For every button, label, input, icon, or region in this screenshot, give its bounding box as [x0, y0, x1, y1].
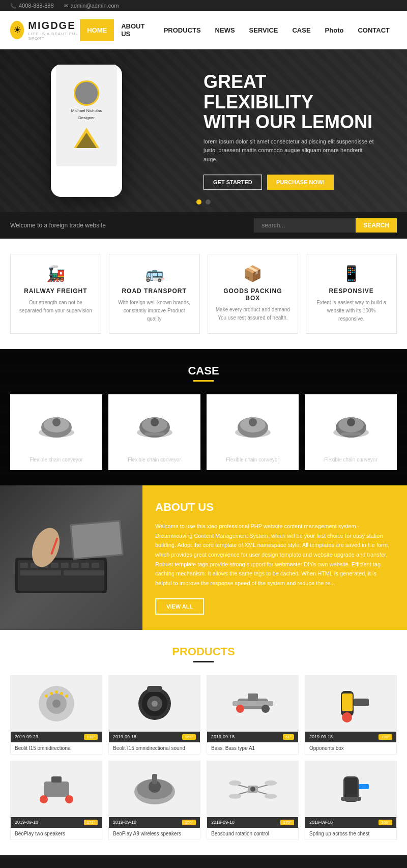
product-date-7: 2019-09-18 [211, 820, 235, 825]
svg-point-43 [55, 690, 58, 693]
svg-rect-6 [46, 432, 67, 436]
case-section: CASE Flexible chain conveyor [0, 349, 407, 485]
product-meta-1: 2019-09-23 130° [11, 732, 102, 742]
svg-rect-27 [51, 563, 59, 568]
svg-rect-81 [341, 797, 361, 801]
svg-rect-32 [20, 570, 61, 575]
logo-icon: ☀ [10, 21, 24, 39]
case-item-2[interactable]: Flexible chain conveyor [108, 394, 200, 470]
products-grid: 2019-09-23 130° Beolit I15 omnidirection… [10, 675, 397, 840]
product-svg-4 [321, 681, 382, 727]
product-img-7 [207, 761, 298, 817]
product-name-4: Opponents box [305, 742, 396, 754]
footer: CONTACT 📞 Tel：4008-888-888 📱 手机：13588888… [0, 855, 407, 868]
case-item-4[interactable]: Flexible chain conveyor [305, 394, 397, 470]
product-card-8[interactable]: 2019-09-18 169° Spring up across the che… [305, 761, 397, 840]
product-img-2 [109, 676, 200, 732]
product-meta-5: 2019-09-18 171° [11, 817, 102, 828]
product-svg-3 [222, 681, 283, 727]
phone-triangle-icon [71, 125, 102, 151]
products-title: PRODUCTS [10, 645, 397, 658]
email-address: admin@admin.com [71, 3, 119, 9]
products-section: PRODUCTS 2019-09-23 130° [0, 630, 407, 855]
product-card-5[interactable]: 2019-09-18 171° BeoPlay two speakers [10, 761, 102, 840]
products-title-line [193, 661, 214, 662]
carousel-dot-2[interactable] [206, 199, 211, 205]
product-card-4[interactable]: 2019-09-18 130° Opponents box [305, 675, 397, 755]
product-card-2[interactable]: 2019-09-18 168° Beolit I15 omnidirection… [108, 675, 200, 755]
svg-rect-60 [44, 782, 69, 797]
feature-responsive: 📱 RESPONSIVE Extent is easiest way to bu… [306, 254, 397, 334]
svg-rect-67 [152, 774, 157, 784]
product-card-7[interactable]: 2019-09-18 170° Beosound rotation contro… [207, 761, 299, 840]
nav-photo[interactable]: Photo [318, 19, 351, 41]
case-label-4: Flexible chain conveyor [312, 457, 389, 462]
product-badge-7: 170° [280, 820, 294, 825]
case-item-1[interactable]: Flexible chain conveyor [10, 394, 102, 470]
product-svg-7 [222, 766, 283, 812]
product-date-2: 2019-09-18 [113, 734, 136, 739]
nav-products[interactable]: PRODUCTS [157, 19, 208, 41]
product-svg-6 [124, 766, 185, 812]
product-svg-5 [26, 766, 87, 812]
nav-home[interactable]: HOME [80, 19, 114, 41]
about-content: ABOUT US Welcome to use this xiao profes… [142, 485, 407, 630]
product-meta-6: 2019-09-18 150° [109, 817, 200, 828]
product-badge-6: 150° [182, 820, 196, 825]
product-name-8: Spring up across the chest [305, 828, 396, 840]
svg-rect-29 [71, 563, 79, 568]
svg-rect-59 [342, 693, 353, 711]
product-img-5 [11, 761, 102, 817]
about-title: ABOUT US [155, 501, 394, 514]
hero-subtitle: lorem ipsum dolor sit amet consectetur a… [204, 137, 376, 164]
purchase-button[interactable]: PURCHASE NOW! [267, 175, 334, 190]
product-badge-4: 130° [379, 734, 392, 740]
case-label-3: Flexible chain conveyor [214, 457, 291, 462]
product-img-3 [207, 676, 298, 732]
case-product-4 [312, 402, 389, 453]
railway-title: RAILWAY FREIGHT [18, 287, 93, 295]
product-card-3[interactable]: 2019-09-18 61° Bass. Bass type A1 [207, 675, 299, 755]
packing-title: GOODS PACKING BOX [216, 287, 290, 302]
case-product-2 [116, 402, 193, 453]
search-button[interactable]: SEARCH [356, 218, 397, 233]
svg-rect-50 [147, 686, 162, 692]
product-badge-5: 171° [84, 820, 98, 825]
nav-contact[interactable]: CONTACT [351, 19, 397, 41]
svg-rect-63 [51, 776, 62, 783]
product-meta-8: 2019-09-18 169° [305, 817, 396, 828]
responsive-desc: Extent is easiest way to build a website… [314, 299, 389, 323]
product-card-6[interactable]: 2019-09-18 150° BeoPlay A9 wireless spea… [108, 761, 200, 840]
email-icon [64, 3, 68, 9]
view-all-button[interactable]: VIEW ALL [155, 598, 204, 615]
nav-case[interactable]: CASE [285, 19, 317, 41]
get-started-button[interactable]: GET STARTED [204, 175, 262, 190]
search-input[interactable] [254, 218, 356, 233]
railway-desc: Our strength can not be separated from y… [18, 299, 93, 315]
case-title: CASE [10, 364, 397, 378]
svg-point-76 [265, 794, 277, 799]
hero-phone-image: Michael Nicholas Designer [41, 54, 132, 207]
product-card-1[interactable]: 2019-09-23 130° Beolit I15 omnidirection… [10, 675, 102, 755]
about-img-svg [5, 507, 137, 609]
carousel-dot-1[interactable] [196, 199, 201, 205]
svg-point-53 [236, 705, 244, 713]
product-badge-2: 168° [182, 734, 196, 740]
search-bar-welcome: Welcome to a foreign trade website [10, 222, 106, 229]
product-svg-1 [26, 681, 87, 727]
nav-about[interactable]: ABOUT US [114, 15, 157, 45]
hero-buttons: GET STARTED PURCHASE NOW! [204, 175, 376, 190]
nav-news[interactable]: NEWS [208, 19, 242, 41]
svg-point-54 [261, 705, 270, 713]
case-title-line [193, 380, 214, 382]
case-item-3[interactable]: Flexible chain conveyor [207, 394, 299, 470]
hero-title-yellow: GREAT FLEXIBILITY [204, 71, 313, 112]
svg-rect-24 [20, 563, 28, 568]
svg-point-41 [45, 695, 48, 698]
packing-icon: 📦 [216, 265, 290, 282]
about-image [0, 485, 142, 630]
svg-point-5 [52, 418, 61, 426]
product-badge-1: 130° [84, 734, 98, 740]
nav-service[interactable]: SERVICE [242, 19, 285, 41]
product-date-8: 2019-09-18 [309, 820, 333, 825]
